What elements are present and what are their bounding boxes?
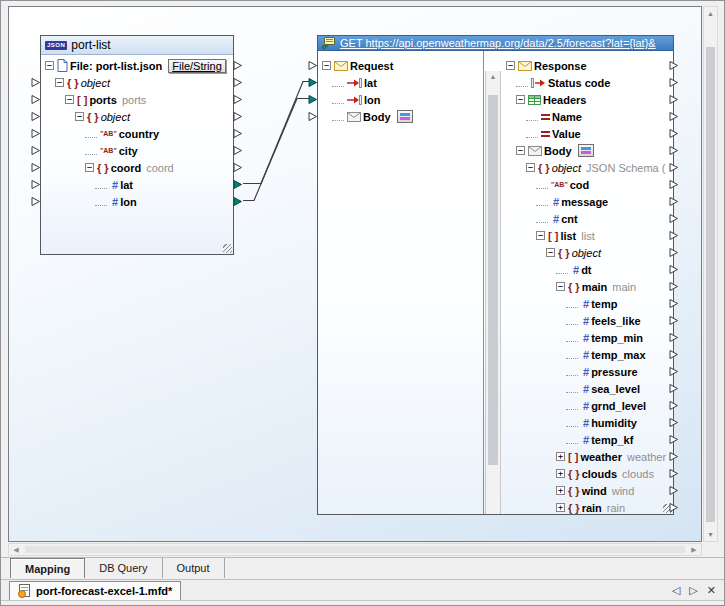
connector-out-value[interactable] — [669, 128, 679, 137]
document-tab-active[interactable]: port-forecast-excel-1.mfd* — [9, 581, 181, 600]
tree-node-object[interactable]: −{ }objectJSON Schema ( — [502, 159, 673, 176]
file-string-button[interactable]: File/String — [168, 59, 226, 73]
tree-node-city[interactable]: "AB"city — [41, 142, 233, 159]
connector-out-body[interactable] — [669, 145, 679, 154]
connector-out-lon[interactable] — [233, 196, 243, 205]
connector-out-file-port-list-json[interactable] — [233, 60, 243, 69]
connector-out-pressure[interactable] — [669, 366, 679, 375]
connector-in-coord[interactable] — [31, 162, 41, 171]
collapse-icon[interactable]: − — [75, 112, 84, 121]
tree-node-lon[interactable]: lon — [318, 91, 483, 108]
connector-out-rain[interactable] — [669, 502, 679, 511]
horizontal-scrollbar-thumb[interactable] — [25, 546, 685, 553]
collapse-icon[interactable]: − — [516, 95, 525, 104]
tree-node-cod[interactable]: "AB"cod — [502, 176, 673, 193]
tree-node-name[interactable]: Name — [502, 108, 673, 125]
component-scrollbar-thumb[interactable] — [488, 95, 498, 465]
connector-out-clouds[interactable] — [669, 468, 679, 477]
tree-node-object[interactable]: −{ }object — [41, 74, 233, 91]
canvas-vertical-scrollbar[interactable]: ▲ ▼ — [703, 6, 718, 542]
prev-tab-icon[interactable]: ◁ — [672, 584, 680, 597]
tree-node-pressure[interactable]: #pressure — [502, 363, 673, 380]
connector-in-request-request[interactable] — [308, 60, 318, 69]
collapse-icon[interactable]: − — [55, 78, 64, 87]
collapse-icon[interactable]: − — [516, 146, 525, 155]
connector-in-request-lon[interactable] — [308, 94, 318, 103]
connection-lat[interactable] — [243, 82, 310, 184]
connector-out-main[interactable] — [669, 281, 679, 290]
collapse-icon[interactable]: − — [556, 282, 565, 291]
left-component-titlebar[interactable]: JSON port-list — [41, 36, 233, 55]
body-format-button[interactable] — [397, 110, 413, 123]
tree-node-temp-kf[interactable]: #temp_kf — [502, 431, 673, 448]
tree-node-sea-level[interactable]: #sea_level — [502, 380, 673, 397]
tree-node-ports[interactable]: −[ ]portsports — [41, 91, 233, 108]
tree-node-object[interactable]: −{ }object — [41, 108, 233, 125]
tree-node-coord[interactable]: −{ }coordcoord — [41, 159, 233, 176]
connector-in-request-body[interactable] — [308, 111, 318, 120]
tree-node-body[interactable]: Body — [318, 108, 483, 125]
connector-out-object[interactable] — [233, 111, 243, 120]
webservice-titlebar[interactable]: GET https://api.openweathermap.org/data/… — [318, 36, 673, 51]
expand-icon[interactable]: + — [556, 452, 565, 461]
tree-node-lat[interactable]: lat — [318, 74, 483, 91]
connector-in-city[interactable] — [31, 145, 41, 154]
canvas-horizontal-scrollbar[interactable]: ◀ ▶ — [8, 543, 702, 556]
connector-out-cod[interactable] — [669, 179, 679, 188]
connector-out-temp[interactable] — [669, 298, 679, 307]
body-format-button[interactable] — [578, 144, 594, 157]
tree-node-temp[interactable]: #temp — [502, 295, 673, 312]
tree-node-clouds[interactable]: +{ }cloudsclouds — [502, 465, 673, 482]
close-tab-icon[interactable]: ✕ — [707, 584, 716, 597]
tree-node-status-code[interactable]: Status code — [502, 74, 673, 91]
tree-node-temp-min[interactable]: #temp_min — [502, 329, 673, 346]
tree-node-value[interactable]: Value — [502, 125, 673, 142]
collapse-icon[interactable]: − — [546, 248, 555, 257]
connector-out-feels-like[interactable] — [669, 315, 679, 324]
connector-out-temp-max[interactable] — [669, 349, 679, 358]
connector-in-object[interactable] — [31, 111, 41, 120]
connector-in-country[interactable] — [31, 128, 41, 137]
tab-mapping[interactable]: Mapping — [10, 558, 85, 578]
tree-node-grnd-level[interactable]: #grnd_level — [502, 397, 673, 414]
tree-node-response[interactable]: −Response — [502, 57, 673, 74]
scroll-right-icon[interactable]: ▶ — [687, 544, 701, 555]
connector-out-country[interactable] — [233, 128, 243, 137]
connector-in-object[interactable] — [31, 77, 41, 86]
vertical-scrollbar-thumb[interactable] — [706, 47, 715, 522]
connector-out-coord[interactable] — [233, 162, 243, 171]
connector-out-cnt[interactable] — [669, 213, 679, 222]
tree-node-list[interactable]: −[ ]listlist — [502, 227, 673, 244]
connector-out-name[interactable] — [669, 111, 679, 120]
collapse-icon[interactable]: − — [45, 61, 54, 70]
connector-in-ports[interactable] — [31, 94, 41, 103]
connector-out-lat[interactable] — [233, 179, 243, 188]
connector-out-object[interactable] — [669, 162, 679, 171]
expand-icon[interactable]: + — [556, 486, 565, 495]
collapse-icon[interactable]: − — [506, 61, 515, 70]
scroll-down-icon[interactable]: ▼ — [704, 529, 717, 540]
connector-out-message[interactable] — [669, 196, 679, 205]
connector-out-object[interactable] — [233, 77, 243, 86]
tree-node-country[interactable]: "AB"country — [41, 125, 233, 142]
connector-out-response[interactable] — [669, 60, 679, 69]
mapping-canvas[interactable]: JSON port-list −File: port-list.jsonFile… — [8, 6, 702, 542]
scroll-up-icon[interactable]: ▲ — [704, 8, 717, 19]
tree-node-wind[interactable]: +{ }windwind — [502, 482, 673, 499]
connector-out-temp-kf[interactable] — [669, 434, 679, 443]
collapse-icon[interactable]: − — [536, 231, 545, 240]
connection-lon[interactable] — [243, 99, 310, 201]
expand-icon[interactable]: + — [556, 469, 565, 478]
webservice-component[interactable]: GET https://api.openweathermap.org/data/… — [317, 35, 674, 515]
tree-node-humidity[interactable]: #humidity — [502, 414, 673, 431]
connector-out-sea-level[interactable] — [669, 383, 679, 392]
tree-node-cnt[interactable]: #cnt — [502, 210, 673, 227]
component-scrollbar[interactable]: ▲ ▼ — [485, 71, 501, 514]
tree-node-lon[interactable]: #lon — [41, 193, 233, 210]
collapse-icon[interactable]: − — [85, 163, 94, 172]
connector-out-temp-min[interactable] — [669, 332, 679, 341]
tab-output[interactable]: Output — [163, 558, 225, 578]
tree-node-lat[interactable]: #lat — [41, 176, 233, 193]
tree-node-headers[interactable]: −Headers — [502, 91, 673, 108]
connector-in-lon[interactable] — [31, 196, 41, 205]
